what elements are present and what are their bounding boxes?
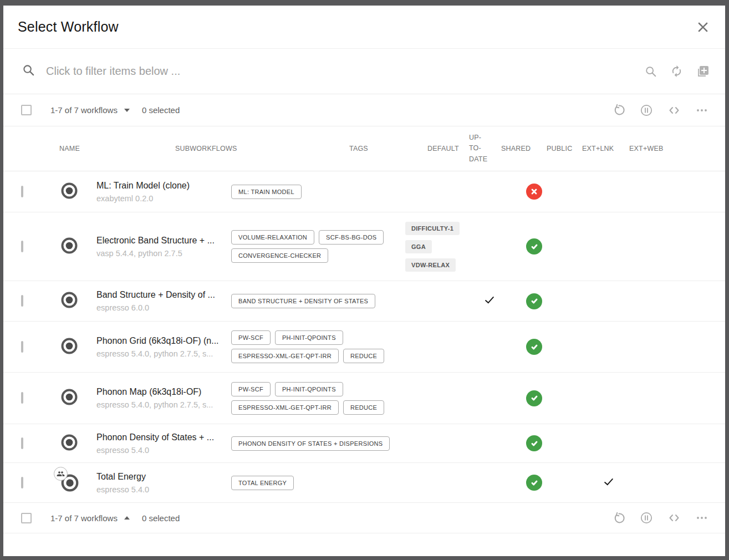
radio-selected-icon[interactable]: [60, 347, 78, 357]
table-header-row: NAME SUBWORKFLOWS TAGS DEFAULT UP-TO-DAT…: [3, 126, 725, 171]
row-checkbox[interactable]: [21, 437, 23, 449]
table-row[interactable]: Phonon Density of States + ... espresso …: [3, 424, 725, 463]
search-submit-icon[interactable]: [645, 65, 657, 78]
pagination-range[interactable]: 1-7 of 7 workflows: [50, 513, 118, 523]
pagination-range[interactable]: 1-7 of 7 workflows: [50, 105, 118, 115]
table-row[interactable]: Electronic Band Structure + ... vasp 5.4…: [3, 212, 725, 281]
undo-history-icon[interactable]: [613, 512, 625, 525]
workflow-name[interactable]: Total Energy: [96, 472, 231, 482]
workflow-subtitle: espresso 5.4.0: [96, 485, 231, 494]
workflow-subtitle: espresso 5.4.0: [96, 446, 231, 455]
table-row[interactable]: Total Energy espresso 5.4.0 TOTAL ENERGY: [3, 463, 725, 503]
dialog-bottom-spacer: [3, 533, 725, 556]
table-row[interactable]: Phonon Map (6k3q18i-OF) espresso 5.4.0, …: [3, 373, 725, 424]
subworkflow-chip: TOTAL ENERGY: [231, 476, 294, 490]
search-icon: [22, 64, 35, 79]
table-toolbar: 1-7 of 7 workflows 0 selected: [3, 94, 725, 126]
default-checkmark-icon: [483, 298, 496, 308]
refresh-icon[interactable]: [670, 65, 683, 78]
team-people-icon: [54, 467, 68, 481]
row-checkbox[interactable]: [21, 186, 23, 197]
select-all-checkbox[interactable]: [21, 105, 32, 115]
uptodate-ok-icon: [526, 238, 542, 254]
column-header-ext-web[interactable]: EXT+WEB: [629, 145, 663, 152]
column-header-name[interactable]: NAME: [59, 145, 80, 152]
row-checkbox[interactable]: [21, 477, 23, 488]
uptodate-ok-icon: [526, 339, 542, 355]
table-row[interactable]: Phonon Grid (6k3q18i-OF) (n... espresso …: [3, 322, 725, 373]
pause-circle-icon[interactable]: [640, 511, 653, 525]
radio-selected-icon[interactable]: [60, 192, 78, 201]
select-all-checkbox[interactable]: [21, 513, 32, 523]
workflow-name[interactable]: Phonon Map (6k3q18i-OF): [96, 387, 231, 397]
subworkflow-chip: CONVERGENCE-CHECKER: [231, 248, 328, 263]
row-checkbox[interactable]: [21, 341, 23, 353]
workflow-name[interactable]: Phonon Density of States + ...: [96, 432, 231, 442]
radio-selected-icon[interactable]: [60, 301, 78, 310]
subworkflow-chip: ESPRESSO-XML-GET-QPT-IRR: [231, 349, 339, 363]
page-title: Select Workflow: [18, 19, 119, 35]
filter-bar: [3, 49, 725, 94]
subworkflow-chip: PH-INIT-QPOINTS: [275, 382, 343, 396]
subworkflow-chip: BAND STRUCTURE + DENSITY OF STATES: [231, 294, 375, 308]
pause-circle-icon[interactable]: [640, 104, 653, 117]
radio-selected-icon[interactable]: [60, 444, 78, 453]
subworkflow-chip: PW-SCF: [231, 330, 271, 345]
column-header-public[interactable]: PUBLIC: [547, 145, 572, 152]
public-checkmark-icon: [603, 480, 615, 490]
table-row[interactable]: Band Structure + Density of ... espresso…: [3, 281, 725, 322]
subworkflow-chip: ESPRESSO-XML-GET-QPT-IRR: [231, 400, 339, 415]
subworkflow-chip: PHONON DENSITY OF STATES + DISPERSIONS: [231, 436, 390, 451]
subworkflow-chip: ML: TRAIN MODEL: [231, 185, 302, 199]
selected-count: 0 selected: [142, 105, 180, 115]
column-header-default[interactable]: DEFAULT: [427, 145, 459, 152]
radio-selected-icon[interactable]: [60, 398, 78, 408]
code-brackets-icon[interactable]: [667, 511, 681, 525]
column-header-subworkflows[interactable]: SUBWORKFLOWS: [175, 145, 237, 152]
uptodate-error-icon: [526, 184, 542, 200]
column-header-ext-lnk[interactable]: EXT+LNK: [582, 145, 614, 152]
table-row[interactable]: ML: Train Model (clone) exabyteml 0.2.0 …: [3, 171, 725, 212]
column-header-shared[interactable]: SHARED: [501, 145, 531, 152]
workflow-name[interactable]: Phonon Grid (6k3q18i-OF) (n...: [96, 336, 231, 346]
workflow-subtitle: espresso 6.0.0: [96, 303, 231, 312]
chevron-down-icon[interactable]: [124, 109, 130, 112]
workflow-name[interactable]: ML: Train Model (clone): [96, 181, 231, 191]
subworkflow-chip: PW-SCF: [231, 382, 271, 396]
radio-selected-icon[interactable]: [60, 247, 78, 256]
undo-history-icon[interactable]: [613, 104, 625, 116]
selected-count: 0 selected: [142, 513, 180, 523]
tag-chip: GGA: [405, 240, 432, 253]
close-icon[interactable]: [696, 21, 710, 34]
select-workflow-dialog: Select Workflow 1-7 of 7 workflows 0 se: [3, 6, 725, 556]
dialog-titlebar: Select Workflow: [3, 6, 725, 49]
row-checkbox[interactable]: [21, 295, 23, 307]
subworkflow-chip: REDUCE: [343, 400, 384, 415]
code-brackets-icon[interactable]: [667, 104, 681, 117]
column-header-tags[interactable]: TAGS: [349, 145, 368, 152]
subworkflow-chip: REDUCE: [343, 349, 384, 363]
workflow-subtitle: espresso 5.4.0, python 2.7.5, s...: [96, 349, 231, 358]
subworkflow-chip: VOLUME-RELAXATION: [231, 230, 314, 245]
tag-chip: VDW-RELAX: [405, 258, 456, 272]
chevron-up-icon[interactable]: [124, 516, 130, 520]
row-checkbox[interactable]: [21, 392, 23, 404]
tag-chip: DIFFICULTY-1: [405, 222, 460, 235]
workflow-name[interactable]: Electronic Band Structure + ...: [96, 236, 231, 246]
library-add-icon[interactable]: [696, 65, 710, 78]
uptodate-ok-icon: [526, 390, 542, 406]
more-horizontal-icon[interactable]: [695, 511, 708, 525]
uptodate-ok-icon: [526, 475, 542, 491]
column-header-up-to-date[interactable]: UP-TO-DATE: [469, 133, 493, 165]
search-input[interactable]: [46, 65, 636, 78]
workflow-subtitle: exabyteml 0.2.0: [96, 194, 231, 203]
workflow-subtitle: espresso 5.4.0, python 2.7.5, s...: [96, 400, 231, 409]
workflow-subtitle: vasp 5.4.4, python 2.7.5: [96, 249, 231, 258]
radio-selected-icon[interactable]: [60, 485, 79, 494]
workflow-name[interactable]: Band Structure + Density of ...: [96, 290, 231, 300]
uptodate-ok-icon: [526, 293, 542, 309]
more-horizontal-icon[interactable]: [695, 104, 708, 117]
subworkflow-chip: PH-INIT-QPOINTS: [275, 330, 343, 345]
row-checkbox[interactable]: [21, 241, 23, 252]
subworkflow-chip: SCF-BS-BG-DOS: [319, 230, 384, 245]
